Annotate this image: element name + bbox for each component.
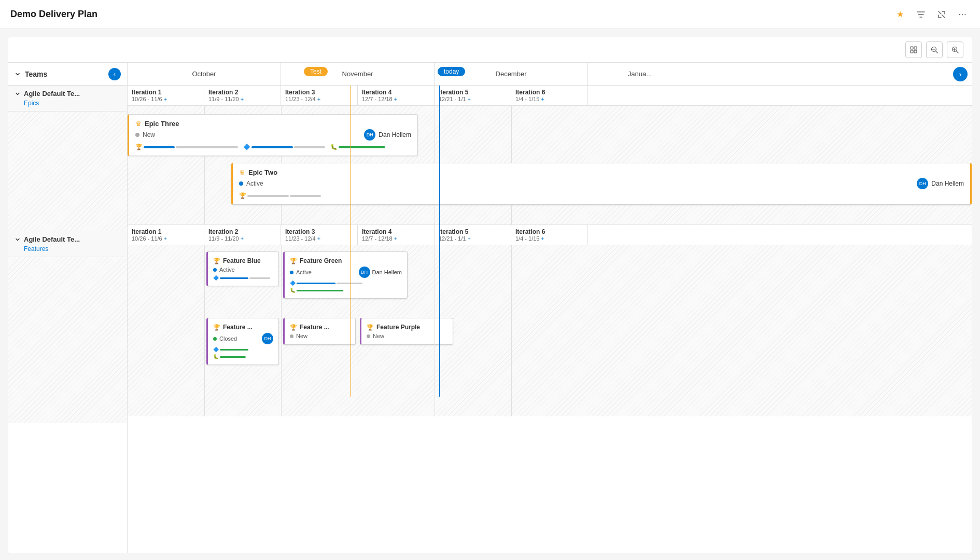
feat-iter-cell-5: Iteration 6 1/4 - 1/15 +: [511, 225, 588, 245]
epic-two-card[interactable]: ♛ Epic Two Active DH Dan Hellem: [231, 163, 972, 205]
epics-iterations-header: Iteration 1 10/26 - 11/6 + Iteration 2 1…: [128, 86, 972, 106]
epic-two-assignee: DH Dan Hellem: [917, 178, 964, 189]
epic-three-progress: 🏆 🔷 🐛: [135, 144, 411, 150]
active-dot: [239, 181, 243, 186]
zoom-out-button[interactable]: [926, 41, 943, 58]
dot-blue: [213, 268, 217, 272]
iter-cell-1: Iteration 2 11/9 - 11/20 +: [204, 86, 281, 105]
collapse-teams-icon[interactable]: [15, 71, 21, 77]
bar2: [176, 146, 238, 148]
star-icon[interactable]: ★: [893, 7, 907, 22]
epic-three-card[interactable]: ♛ Epic Three New DH Dan Hellem: [128, 114, 418, 156]
iter-cell-2: Iteration 3 11/23 - 12/4 +: [281, 86, 358, 105]
svg-line-5: [936, 51, 938, 53]
iter-add-5[interactable]: +: [541, 96, 544, 102]
feat-add-4[interactable]: +: [468, 235, 471, 242]
iter-dates-0: 10/26 - 11/6 +: [132, 96, 200, 102]
collapse-features-icon[interactable]: [15, 236, 21, 243]
header-actions: ★ ⋯: [893, 7, 970, 22]
bar1: [144, 146, 175, 148]
collapse-epics-icon[interactable]: [15, 91, 21, 97]
crown-icon: ♛: [135, 120, 142, 128]
feat-add-0[interactable]: +: [164, 235, 167, 242]
avatar-dan-green: DH: [359, 267, 370, 278]
group-agile-features: Agile Default Te... Features: [8, 231, 127, 423]
trophy-new1: 🏆: [290, 324, 297, 331]
svg-line-8: [957, 51, 959, 53]
zoom-in-button[interactable]: [947, 41, 963, 58]
month-january: Janua... ›: [588, 63, 692, 86]
dot-purple: [367, 334, 370, 338]
group-features-header: Agile Default Te... Features: [8, 231, 127, 257]
sprint-icon: 🔷: [243, 144, 250, 150]
feature-new1-card[interactable]: 🏆 Feature ... New: [283, 318, 356, 345]
trophy-purple: 🏆: [367, 324, 374, 331]
today-marker: today: [438, 67, 465, 76]
bug-icon: 🐛: [330, 144, 338, 150]
left-sidebar: Teams ‹ Agile Default Te... Epics: [8, 63, 128, 553]
epics-content-area: ♛ Epic Three New DH Dan Hellem: [128, 106, 972, 225]
feat-add-2[interactable]: +: [317, 235, 320, 242]
month-october: October: [128, 63, 281, 86]
new-dot: [135, 133, 139, 137]
feat-add-5[interactable]: +: [541, 235, 544, 242]
epic-two-title-row: ♛ Epic Two: [239, 169, 964, 176]
features-left-area: [8, 257, 127, 423]
iter-add-4[interactable]: +: [468, 96, 471, 102]
svg-rect-2: [911, 50, 913, 53]
epic-three-status: New: [135, 131, 155, 138]
feat-iter-cell-0: Iteration 1 10/26 - 11/6 +: [128, 225, 204, 245]
feat-iter-cell-2: Iteration 3 11/23 - 12/4 +: [281, 225, 358, 245]
group-epics-header: Agile Default Te... Epics: [8, 86, 127, 111]
nav-right-button[interactable]: ›: [953, 67, 968, 81]
epic-three-assignee: DH Dan Hellem: [364, 129, 411, 141]
group-epics-title: Agile Default Te...: [15, 90, 121, 97]
svg-rect-0: [911, 47, 913, 49]
epics-left-area: [8, 111, 127, 231]
iter-cell-0: Iteration 1 10/26 - 11/6 +: [128, 86, 204, 105]
more-options-icon[interactable]: ⋯: [955, 7, 970, 22]
epics-subtitle[interactable]: Epics: [24, 100, 121, 107]
iter-cell-3: Iteration 4 12/7 - 12/18 +: [358, 86, 435, 105]
iter-add-0[interactable]: +: [164, 96, 167, 102]
app-title: Demo Delivery Plan: [10, 9, 97, 20]
group-agile-epics: Agile Default Te... Epics: [8, 86, 127, 231]
iter-cell-4: Iteration 5 12/21 - 1/1 +: [435, 86, 511, 105]
feat-add-1[interactable]: +: [241, 235, 244, 242]
months-header: Test today October November: [128, 63, 972, 86]
app-header: Demo Delivery Plan ★ ⋯: [0, 0, 980, 29]
avatar-dan2: DH: [917, 178, 928, 189]
collapse-icon[interactable]: [934, 7, 949, 22]
epic-three-title-row: ♛ Epic Three: [135, 120, 411, 128]
test-marker: Test: [304, 67, 328, 76]
trophy-blue: 🏆: [213, 258, 220, 264]
feat-iter-cell-1: Iteration 2 11/9 - 11/20 +: [204, 225, 281, 245]
feature-green-card[interactable]: 🏆 Feature Green Active DH Dan Hellem: [283, 251, 408, 299]
feature-blue2-card[interactable]: 🏆 Feature ... Closed DH 🔷: [206, 318, 279, 365]
dot-closed: [213, 337, 217, 341]
feat-iter-cell-4: Iteration 5 12/21 - 1/1 +: [435, 225, 511, 245]
crown-icon-2: ♛: [239, 169, 245, 176]
features-subtitle[interactable]: Features: [24, 245, 121, 253]
feature-blue-card[interactable]: 🏆 Feature Blue Active 🔷: [206, 251, 279, 286]
toolbar: [8, 37, 972, 63]
epic-two-progress: 🏆: [239, 192, 964, 199]
teams-label: Teams: [25, 70, 47, 78]
timeline-area: Test today October November: [128, 63, 972, 553]
dot-new1: [290, 334, 293, 338]
iter-add-2[interactable]: +: [317, 96, 320, 102]
iter-add-3[interactable]: +: [394, 96, 397, 102]
avatar-dan: DH: [364, 129, 375, 141]
iter-add-1[interactable]: +: [241, 96, 244, 102]
dot-green-active: [290, 271, 293, 274]
features-content-area: 🏆 Feature Blue Active 🔷: [128, 245, 972, 416]
grid-view-button[interactable]: [905, 41, 922, 58]
bar5: [339, 146, 385, 148]
trophy-green: 🏆: [290, 258, 297, 264]
bar3: [251, 146, 293, 148]
filter-icon[interactable]: [914, 7, 928, 22]
trophy-blue2: 🏆: [213, 324, 220, 331]
feat-add-3[interactable]: +: [394, 235, 397, 242]
bar4: [294, 146, 325, 148]
nav-left-button[interactable]: ‹: [108, 68, 121, 80]
